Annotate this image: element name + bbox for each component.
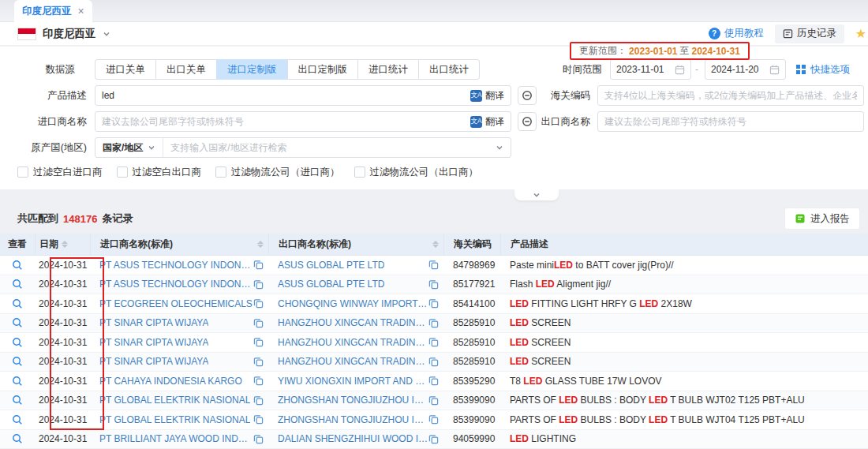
copy-icon[interactable] bbox=[428, 260, 439, 270]
exporter-link[interactable]: HANGZHOU XINGCAN TRADING CO LTD bbox=[278, 337, 428, 348]
importer-link[interactable]: PT SINAR CIPTA WIJAYA bbox=[99, 356, 208, 367]
exporter-link[interactable]: HANGZHOU XINGCAN TRADING CO LTD bbox=[278, 356, 428, 367]
date-from-input[interactable]: 2023-11-01 bbox=[610, 59, 691, 80]
copy-icon[interactable] bbox=[428, 376, 439, 386]
history-button[interactable]: 历史记录 bbox=[775, 24, 844, 43]
view-record-button[interactable] bbox=[0, 356, 35, 367]
filter-checkbox-1[interactable]: 过滤空白进口商 bbox=[17, 166, 103, 179]
favorite-star-icon[interactable]: ★ bbox=[855, 26, 866, 41]
filter-checkbox-2[interactable]: 过滤空白出口商 bbox=[117, 166, 202, 179]
tutorial-link[interactable]: ? 使用教程 bbox=[709, 27, 764, 40]
view-record-button[interactable] bbox=[0, 260, 35, 271]
copy-icon[interactable] bbox=[253, 357, 264, 367]
copy-icon[interactable] bbox=[253, 279, 264, 290]
copy-icon[interactable] bbox=[253, 376, 264, 386]
page-tab-indonesia[interactable]: 印度尼西亚 × bbox=[14, 0, 92, 22]
chevron-down-icon bbox=[103, 30, 110, 38]
exporter-link[interactable]: ASUS GLOBAL PTE LTD bbox=[278, 279, 384, 290]
led-highlight: LED bbox=[649, 414, 668, 425]
copy-icon[interactable] bbox=[428, 414, 439, 425]
importer-link[interactable]: PT CAHAYA INDONESIA KARGO bbox=[99, 376, 242, 387]
product-desc-value: led bbox=[102, 90, 470, 101]
translate-button[interactable]: 文A 翻译 bbox=[470, 89, 504, 103]
importer-link[interactable]: PT ASUS TECHNOLOGY INDONESIA BA... bbox=[99, 260, 253, 271]
col-header-importer[interactable]: 进口商名称(标准) bbox=[90, 234, 268, 255]
origin-row: 原产国(地区) 国家/地区 支持输入国家/地区进行检索 bbox=[0, 137, 868, 158]
copy-icon[interactable] bbox=[428, 298, 439, 309]
importer-row: 进口商名称 建议去除公司尾部字符或特殊符号 文A 翻译 出口商名称 建议去除公司… bbox=[0, 111, 868, 132]
view-record-button[interactable] bbox=[0, 279, 35, 290]
product-desc-row: 产品描述 led 文A 翻译 海关编码 支持4位以上海关编码，或2位海关编码加上… bbox=[0, 85, 868, 106]
view-record-button[interactable] bbox=[0, 376, 35, 387]
question-circle-icon: ? bbox=[709, 28, 720, 39]
importer-input[interactable]: 建议去除公司尾部字符或特殊符号 文A 翻译 bbox=[95, 111, 511, 132]
exporter-link[interactable]: YIWU XIONGXIN IMPORT AND EXPORT... bbox=[278, 376, 428, 387]
datasource-tab-1[interactable]: 进口关单 bbox=[95, 59, 156, 80]
view-record-button[interactable] bbox=[0, 317, 35, 328]
copy-icon[interactable] bbox=[428, 279, 439, 290]
filter-checkbox-3[interactable]: 过滤物流公司（进口商） bbox=[215, 166, 340, 179]
table-row: 2024-10-31PT ASUS TECHNOLOGY INDONESIA B… bbox=[0, 256, 868, 275]
tab-bar: 印度尼西亚 × bbox=[0, 0, 868, 22]
exporter-link[interactable]: DALIAN SHENGZHIHUI WOOD INDUST... bbox=[278, 433, 428, 444]
importer-link[interactable]: PT BRILLIANT JAYA WOOD INDUSTRY bbox=[99, 433, 253, 444]
copy-icon[interactable] bbox=[253, 434, 264, 444]
copy-icon[interactable] bbox=[428, 434, 439, 444]
tab-close-icon[interactable]: × bbox=[78, 5, 84, 17]
view-record-button[interactable] bbox=[0, 433, 35, 444]
led-highlight: LED bbox=[559, 395, 578, 406]
sort-carets-icon[interactable] bbox=[432, 241, 439, 248]
view-record-button[interactable] bbox=[0, 414, 35, 425]
exporter-link[interactable]: ZHONGSHAN TONGJIUZHOU INTERNA... bbox=[278, 395, 428, 406]
copy-icon[interactable] bbox=[253, 318, 264, 328]
date-to-input[interactable]: 2024-11-20 bbox=[705, 59, 786, 80]
importer-link[interactable]: PT GLOBAL ELEKTRIK NASIONAL bbox=[99, 414, 250, 425]
exporter-input[interactable]: 建议去除公司尾部字符或特殊符号 bbox=[597, 111, 864, 132]
quick-options-button[interactable]: 快捷选项 bbox=[795, 59, 850, 80]
copy-icon[interactable] bbox=[253, 414, 264, 425]
copy-icon[interactable] bbox=[253, 395, 264, 406]
copy-icon[interactable] bbox=[253, 337, 264, 347]
exporter-link[interactable]: ZHONGSHAN TONGJIUZHOU INTERNA... bbox=[278, 414, 428, 425]
copy-icon[interactable] bbox=[253, 260, 264, 270]
datasource-tab-3[interactable]: 进口定制版 bbox=[216, 59, 288, 80]
copy-icon[interactable] bbox=[428, 357, 439, 367]
view-record-button[interactable] bbox=[0, 395, 35, 406]
translate-button[interactable]: 文A 翻译 bbox=[470, 115, 504, 129]
view-record-button[interactable] bbox=[0, 298, 35, 309]
origin-input[interactable]: 国家/地区 支持输入国家/地区进行检索 bbox=[95, 137, 511, 158]
product-desc-input[interactable]: led 文A 翻译 bbox=[95, 85, 511, 106]
importer-link[interactable]: PT SINAR CIPTA WIJAYA bbox=[99, 337, 208, 348]
magnifier-icon bbox=[12, 279, 23, 290]
table-body: 2024-10-31PT ASUS TECHNOLOGY INDONESIA B… bbox=[0, 256, 868, 449]
copy-icon[interactable] bbox=[428, 395, 439, 406]
date-cell: 2024-10-31 bbox=[35, 414, 90, 425]
filter-checkbox-4[interactable]: 过滤物流公司（出口商） bbox=[354, 166, 479, 179]
importer-link[interactable]: PT GLOBAL ELEKTRIK NASIONAL bbox=[99, 395, 250, 406]
datasource-tab-5[interactable]: 进口统计 bbox=[357, 59, 419, 80]
importer-link[interactable]: PT ASUS TECHNOLOGY INDONESIA BA... bbox=[99, 279, 253, 290]
date-to-value: 2024-11-20 bbox=[711, 64, 759, 75]
col-header-date[interactable]: 日期 bbox=[35, 234, 90, 255]
sort-carets-icon[interactable] bbox=[257, 241, 264, 248]
copy-icon[interactable] bbox=[428, 318, 439, 328]
country-selector[interactable]: 印度尼西亚 bbox=[17, 27, 110, 41]
view-record-button[interactable] bbox=[0, 337, 35, 348]
enter-report-button[interactable]: 进入报告 bbox=[784, 208, 860, 230]
collapse-panel-handle[interactable] bbox=[514, 189, 559, 200]
copy-icon[interactable] bbox=[428, 337, 439, 347]
hs-code-input[interactable]: 支持4位以上海关编码，或2位海关编码加上产品描述、企业名称的任意信息 bbox=[597, 85, 864, 106]
datasource-tab-4[interactable]: 出口定制版 bbox=[287, 59, 359, 80]
datasource-tab-6[interactable]: 出口统计 bbox=[418, 59, 480, 80]
hs-code-cell: 85285910 bbox=[443, 317, 500, 328]
datasource-tab-2[interactable]: 出口关单 bbox=[155, 59, 217, 80]
importer-link[interactable]: PT ECOGREEN OLEOCHEMICALS bbox=[99, 298, 253, 309]
importer-link[interactable]: PT SINAR CIPTA WIJAYA bbox=[99, 317, 208, 328]
exporter-link[interactable]: ASUS GLOBAL PTE LTD bbox=[278, 260, 384, 271]
sort-carets-icon[interactable] bbox=[62, 241, 68, 248]
copy-icon[interactable] bbox=[253, 298, 264, 309]
exporter-link[interactable]: CHONGQING WINWAY IMPORT AND E... bbox=[278, 298, 428, 309]
exporter-link[interactable]: HANGZHOU XINGCAN TRADING CO LTD bbox=[278, 317, 428, 328]
origin-type-select[interactable]: 国家/地区 bbox=[95, 138, 163, 157]
col-header-exporter[interactable]: 出口商名称(标准) bbox=[268, 234, 443, 255]
